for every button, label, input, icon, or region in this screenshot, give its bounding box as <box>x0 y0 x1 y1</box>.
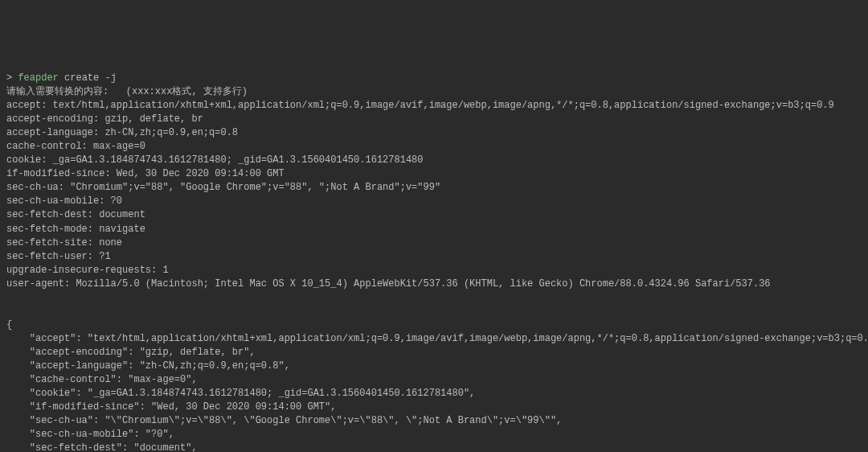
raw-headers-block: accept: text/html,application/xhtml+xml,… <box>6 99 862 290</box>
input-hint: 请输入需要转换的内容: (xxx:xxx格式, 支持多行) <box>6 86 248 97</box>
prompt-line: > feapder create -j <box>6 72 117 84</box>
terminal-output: > feapder create -j 请输入需要转换的内容: (xxx:xxx… <box>6 58 862 452</box>
command-name: feapder <box>18 72 58 84</box>
json-output-block: { "accept": "text/html,application/xhtml… <box>6 305 862 452</box>
command-args: create -j <box>59 72 117 84</box>
prompt-arrow: > <box>6 72 18 84</box>
